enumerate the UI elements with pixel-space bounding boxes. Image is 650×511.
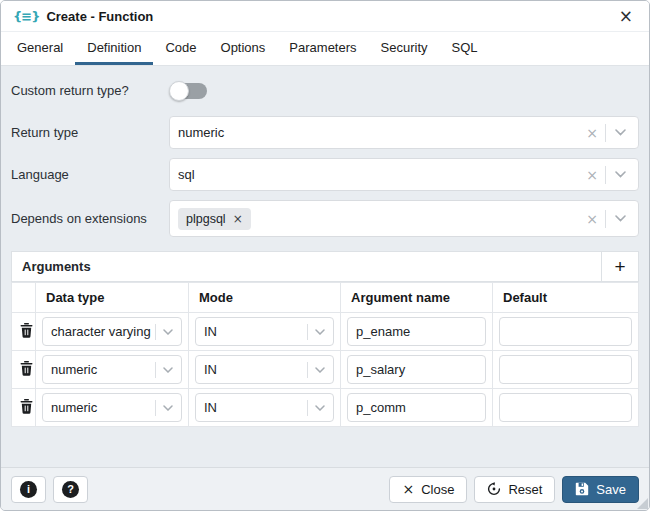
language-row: Language sql × xyxy=(11,158,639,191)
save-button-label: Save xyxy=(596,482,626,497)
trash-icon xyxy=(20,323,33,338)
data-type-select[interactable]: character varying xyxy=(42,317,182,346)
data-type-column-header: Data type xyxy=(36,283,189,313)
toggle-knob xyxy=(169,81,189,101)
info-icon: i xyxy=(20,481,37,498)
argument-row: numeric IN xyxy=(12,389,639,427)
return-type-row: Return type numeric × xyxy=(11,116,639,149)
data-type-value: numeric xyxy=(51,400,155,415)
reset-button-label: Reset xyxy=(508,482,542,497)
argument-name-input[interactable] xyxy=(347,393,486,422)
arguments-header: Arguments + xyxy=(11,251,639,282)
delete-column-header xyxy=(12,283,36,313)
delete-argument-button[interactable] xyxy=(18,321,35,343)
mode-value: IN xyxy=(204,324,307,339)
custom-return-type-toggle[interactable] xyxy=(169,81,209,101)
tab-sql[interactable]: SQL xyxy=(440,32,490,65)
clear-icon[interactable]: × xyxy=(582,212,605,226)
chevron-down-icon[interactable] xyxy=(308,367,331,373)
data-type-select[interactable]: numeric xyxy=(42,355,182,384)
mode-value: IN xyxy=(204,362,307,377)
selected-extensions: plpgsql × xyxy=(178,208,582,230)
tab-options[interactable]: Options xyxy=(209,32,278,65)
add-argument-button[interactable]: + xyxy=(601,252,638,281)
create-function-dialog: {≡} Create - Function × General Definiti… xyxy=(0,0,650,511)
chevron-down-icon[interactable] xyxy=(606,129,630,136)
custom-return-type-row: Custom return type? xyxy=(11,81,639,101)
save-icon xyxy=(575,482,589,496)
depends-on-extensions-label: Depends on extensions xyxy=(11,210,169,228)
delete-argument-button[interactable] xyxy=(18,359,35,381)
help-button[interactable]: ? xyxy=(53,476,88,503)
default-column-header: Default xyxy=(493,283,639,313)
return-type-label: Return type xyxy=(11,124,169,142)
function-braces-icon: {≡} xyxy=(13,9,39,24)
arguments-table-header-row: Data type Mode Argument name Default xyxy=(12,283,639,313)
reset-button[interactable]: Reset xyxy=(474,476,555,503)
language-label: Language xyxy=(11,166,169,184)
chevron-down-icon[interactable] xyxy=(156,329,179,335)
clear-icon[interactable]: × xyxy=(582,168,605,182)
argument-name-input[interactable] xyxy=(347,317,486,346)
arguments-panel: Arguments + Data type Mode Argument name… xyxy=(11,251,639,427)
chevron-down-icon[interactable] xyxy=(606,171,630,178)
sql-info-button[interactable]: i xyxy=(11,476,46,503)
tab-security[interactable]: Security xyxy=(369,32,440,65)
data-type-value: numeric xyxy=(51,362,155,377)
save-button[interactable]: Save xyxy=(562,476,639,503)
return-type-value: numeric xyxy=(178,125,582,140)
mode-value: IN xyxy=(204,400,307,415)
chevron-down-icon[interactable] xyxy=(308,405,331,411)
chip-remove-icon[interactable]: × xyxy=(233,212,243,226)
chevron-down-icon[interactable] xyxy=(156,405,179,411)
dialog-close-icon[interactable]: × xyxy=(615,6,637,27)
extension-chip: plpgsql × xyxy=(178,208,251,230)
chevron-down-icon[interactable] xyxy=(156,367,179,373)
resize-grip[interactable] xyxy=(637,498,648,509)
dialog-footer: i ? × Close Reset Save xyxy=(1,467,649,510)
definition-tab-panel: Custom return type? Return type numeric … xyxy=(1,66,649,467)
language-value: sql xyxy=(178,167,582,182)
mode-column-header: Mode xyxy=(189,283,341,313)
tab-code[interactable]: Code xyxy=(153,32,208,65)
clear-icon[interactable]: × xyxy=(582,126,605,140)
dialog-tabbar: General Definition Code Options Paramete… xyxy=(1,32,649,66)
data-type-value: character varying xyxy=(51,324,155,339)
depends-on-extensions-select[interactable]: plpgsql × × xyxy=(169,200,639,237)
mode-select[interactable]: IN xyxy=(195,393,334,422)
chevron-down-icon[interactable] xyxy=(606,215,630,222)
argument-name-input[interactable] xyxy=(347,355,486,384)
return-type-select[interactable]: numeric × xyxy=(169,116,639,149)
arguments-table: Data type Mode Argument name Default xyxy=(11,282,639,427)
argument-row: character varying IN xyxy=(12,313,639,351)
close-button[interactable]: × Close xyxy=(389,476,467,503)
close-x-icon: × xyxy=(402,482,414,496)
argument-row: numeric IN xyxy=(12,351,639,389)
default-value-input[interactable] xyxy=(499,355,632,384)
trash-icon xyxy=(20,399,33,414)
depends-on-extensions-row: Depends on extensions plpgsql × × xyxy=(11,200,639,237)
language-select[interactable]: sql × xyxy=(169,158,639,191)
dialog-titlebar: {≡} Create - Function × xyxy=(1,1,649,32)
help-icon: ? xyxy=(62,481,79,498)
tab-definition[interactable]: Definition xyxy=(75,32,153,65)
delete-argument-button[interactable] xyxy=(18,397,35,419)
mode-select[interactable]: IN xyxy=(195,317,334,346)
data-type-select[interactable]: numeric xyxy=(42,393,182,422)
trash-icon xyxy=(20,361,33,376)
arguments-title: Arguments xyxy=(12,252,601,281)
close-button-label: Close xyxy=(421,482,454,497)
reset-icon xyxy=(487,482,501,496)
extension-chip-label: plpgsql xyxy=(186,212,226,226)
tab-general[interactable]: General xyxy=(5,32,75,65)
tab-parameters[interactable]: Parameters xyxy=(277,32,368,65)
argument-name-column-header: Argument name xyxy=(341,283,493,313)
dialog-title: Create - Function xyxy=(46,9,153,24)
default-value-input[interactable] xyxy=(499,393,632,422)
custom-return-type-label: Custom return type? xyxy=(11,82,169,100)
chevron-down-icon[interactable] xyxy=(308,329,331,335)
mode-select[interactable]: IN xyxy=(195,355,334,384)
default-value-input[interactable] xyxy=(499,317,632,346)
